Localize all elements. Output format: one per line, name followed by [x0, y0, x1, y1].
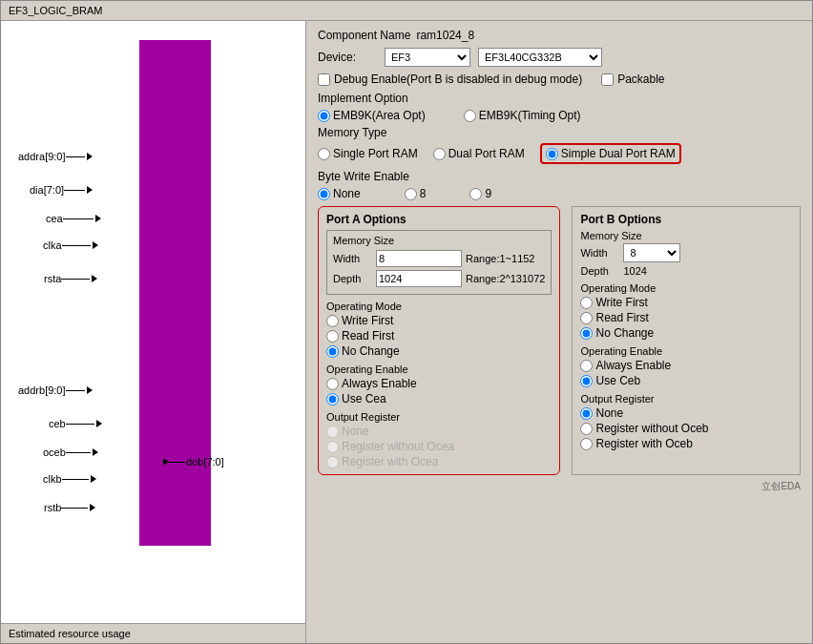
port-a-no-change-label: No Change: [342, 344, 400, 358]
memory-dual-label: Dual Port RAM: [448, 147, 525, 160]
port-a-out-with-ocea-label: Register with Ocea: [342, 455, 438, 468]
port-b-op-enable-label: Operating Enable: [580, 345, 792, 357]
config-panel: Component Name ram1024_8 Device: EF3 EF3…: [306, 21, 812, 643]
port-b-op-mode-group: Write First Read First No Change: [580, 296, 792, 340]
implement-opt2[interactable]: EMB9K(Timing Opt): [464, 109, 581, 122]
port-b-always-enable-label: Always Enable: [595, 359, 671, 372]
port-a-title: Port A Options: [326, 213, 552, 226]
pin-addrb: addrb[9:0]: [18, 384, 93, 396]
component-name-label: Component Name: [318, 29, 410, 42]
port-b-title: Port B Options: [580, 213, 792, 226]
window-title: EF3_LOGIC_BRAM: [9, 5, 102, 16]
port-b-no-change[interactable]: No Change: [580, 326, 792, 340]
ports-container: Port A Options Memory Size Width Range:1…: [318, 206, 801, 475]
port-a-write-first[interactable]: Write First: [326, 314, 552, 327]
pin-ceb: ceb: [49, 418, 102, 429]
implement-opt1[interactable]: EMB9K(Area Opt): [318, 109, 426, 122]
debug-checkbox[interactable]: [318, 73, 330, 86]
port-a-out-no-ocea-label: Register without Ocea: [342, 440, 454, 453]
component-name-value: ram1024_8: [416, 29, 474, 42]
port-a-use-cea-label: Use Cea: [342, 392, 386, 405]
implement-opt2-label: EMB9K(Timing Opt): [479, 109, 581, 122]
implement-row: EMB9K(Area Opt) EMB9K(Timing Opt): [318, 109, 801, 122]
pin-rstb: rstb: [44, 502, 95, 513]
byte-write-label: Byte Write Enable: [318, 170, 801, 183]
memory-single-label: Single Port RAM: [333, 147, 418, 160]
pin-dia: dia[7:0]: [30, 184, 93, 196]
pin-rsta: rsta: [44, 273, 97, 284]
watermark-area: 立创EDA: [318, 479, 801, 493]
port-a-out-no-ocea[interactable]: Register without Ocea: [326, 440, 552, 453]
pin-dob: dob[7:0]: [161, 456, 224, 467]
port-b-write-first-label: Write First: [595, 296, 647, 309]
port-a-out-none-label: None: [342, 425, 369, 438]
port-b-out-none[interactable]: None: [580, 406, 792, 420]
port-a-width-range: Range:1~1152: [466, 253, 534, 264]
port-a-always-enable[interactable]: Always Enable: [326, 377, 552, 390]
content-area: addra[9:0] dia[7:0] cea: [1, 21, 812, 643]
device-select[interactable]: EF3: [385, 48, 470, 67]
memory-dual[interactable]: Dual Port RAM: [433, 147, 525, 160]
port-b-depth-label: Depth: [580, 265, 623, 277]
port-a-depth-input[interactable]: [376, 270, 462, 287]
port-a-write-first-label: Write First: [342, 314, 393, 327]
port-a-width-input[interactable]: [376, 250, 462, 267]
port-a-section: Port A Options Memory Size Width Range:1…: [318, 206, 560, 475]
port-b-write-first[interactable]: Write First: [580, 296, 792, 309]
pin-oceb: oceb: [43, 447, 98, 458]
port-b-depth-value: 1024: [623, 265, 646, 277]
port-b-read-first[interactable]: Read First: [580, 311, 792, 324]
port-b-out-reg-label: Output Register: [580, 393, 792, 405]
port-a-op-mode-label: Operating Mode: [326, 301, 552, 312]
byte-write-9[interactable]: 9: [469, 187, 491, 200]
byte-write-9-label: 9: [485, 187, 491, 200]
port-b-depth-row: Depth 1024: [580, 265, 792, 277]
port-b-out-with-oceb-label: Register with Oceb: [595, 437, 692, 450]
byte-write-group: None 8 9: [318, 187, 801, 200]
memory-simple-dual-label: Simple Dual Port RAM: [561, 147, 676, 160]
schematic-footer: Estimated resource usage: [1, 623, 305, 643]
port-a-out-reg-label: Output Register: [326, 411, 552, 423]
byte-write-none-label: None: [333, 187, 361, 200]
footer-text: Estimated resource usage: [9, 628, 131, 639]
device-row: Device: EF3 EF3L40CG332B: [318, 48, 801, 67]
schematic-panel: addra[9:0] dia[7:0] cea: [1, 21, 306, 643]
port-b-always-enable[interactable]: Always Enable: [580, 359, 792, 372]
title-bar: EF3_LOGIC_BRAM: [1, 1, 812, 21]
port-a-out-none[interactable]: None: [326, 425, 552, 438]
port-a-depth-label: Depth: [333, 273, 376, 284]
main-window: EF3_LOGIC_BRAM addra[9:0] dia[7:0]: [0, 0, 813, 644]
byte-write-8[interactable]: 8: [405, 187, 427, 200]
port-a-read-first-label: Read First: [342, 329, 394, 343]
byte-write-none[interactable]: None: [318, 187, 361, 200]
chip-select[interactable]: EF3L40CG332B: [478, 48, 602, 67]
component-name-row: Component Name ram1024_8: [318, 29, 801, 42]
device-label: Device:: [318, 51, 385, 64]
port-b-width-label: Width: [580, 247, 623, 259]
port-b-out-with-oceb[interactable]: Register with Oceb: [580, 437, 792, 450]
port-a-op-enable-label: Operating Enable: [326, 364, 552, 375]
port-a-depth-row: Depth Range:2^131072: [333, 270, 545, 287]
memory-simple-dual[interactable]: Simple Dual Port RAM: [540, 143, 681, 164]
port-b-use-ceb-label: Use Ceb: [595, 374, 640, 387]
port-b-use-ceb[interactable]: Use Ceb: [580, 374, 792, 387]
port-b-out-no-oceb[interactable]: Register without Oceb: [580, 422, 792, 435]
port-a-no-change[interactable]: No Change: [326, 344, 552, 358]
port-b-op-enable-group: Always Enable Use Ceb: [580, 359, 792, 387]
port-b-width-row: Width 8: [580, 243, 792, 262]
port-b-width-select[interactable]: 8: [623, 243, 680, 262]
debug-label: Debug Enable(Port B is disabled in debug…: [334, 73, 582, 86]
port-a-out-with-ocea[interactable]: Register with Ocea: [326, 455, 552, 468]
port-b-no-change-label: No Change: [595, 326, 654, 340]
port-a-memory-size: Memory Size Width Range:1~1152 Depth Ran…: [326, 230, 552, 295]
port-a-use-cea[interactable]: Use Cea: [326, 392, 552, 405]
port-b-op-mode-label: Operating Mode: [580, 282, 792, 294]
port-a-width-label: Width: [333, 253, 376, 264]
memory-type-group: Single Port RAM Dual Port RAM Simple Dua…: [318, 143, 801, 164]
port-a-read-first[interactable]: Read First: [326, 329, 552, 343]
memory-single[interactable]: Single Port RAM: [318, 147, 418, 160]
port-b-out-none-label: None: [595, 406, 623, 420]
port-b-out-reg-group: None Register without Oceb Register with…: [580, 406, 792, 450]
packable-checkbox[interactable]: [601, 73, 614, 86]
implement-opt1-label: EMB9K(Area Opt): [333, 109, 426, 122]
